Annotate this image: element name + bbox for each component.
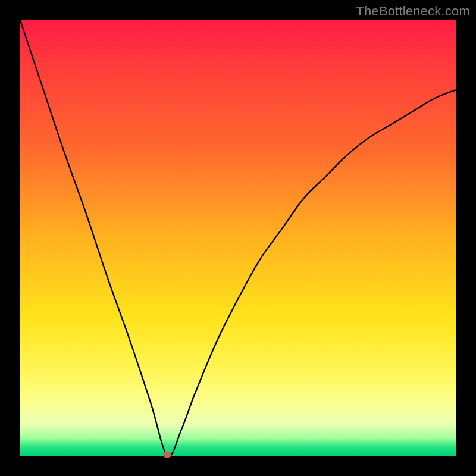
plot-area	[20, 20, 456, 456]
bottleneck-curve	[20, 20, 456, 456]
minimum-marker	[163, 452, 171, 458]
watermark-text: TheBottleneck.com	[356, 4, 470, 19]
chart-frame: TheBottleneck.com	[0, 0, 476, 476]
